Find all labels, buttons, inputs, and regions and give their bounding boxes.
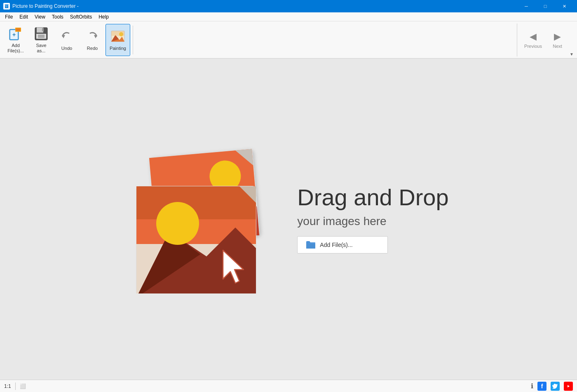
menubar: File Edit View Tools SoftOrbits Help	[0, 12, 577, 21]
add-file-icon: +	[7, 26, 24, 42]
toolbar: + Add File(s)... Save as...	[0, 21, 577, 59]
twitter-icon[interactable]	[551, 382, 560, 391]
painting-toolbar-label: Painting	[110, 46, 126, 51]
add-files-toolbar-label: Add File(s)...	[7, 43, 24, 54]
save-icon	[33, 26, 49, 42]
zoom-level: 1:1	[4, 383, 11, 389]
svg-text:+: +	[12, 31, 16, 38]
painting-toolbar-button[interactable]: Painting	[106, 24, 130, 56]
maximize-button[interactable]: □	[536, 0, 555, 12]
undo-toolbar-label: Undo	[61, 46, 72, 51]
menu-view[interactable]: View	[31, 13, 49, 21]
add-files-toolbar-button[interactable]: + Add File(s)...	[3, 24, 28, 56]
redo-icon	[84, 28, 101, 45]
titlebar: 🖼 Picture to Painting Converter - ─ □ ✕	[0, 0, 577, 12]
undo-icon	[59, 28, 75, 45]
drop-text-area: Drag and Drop your images here Add File(…	[297, 185, 448, 254]
statusbar-page-icon: ⬜	[20, 383, 26, 389]
next-button[interactable]: ▶ Next	[546, 24, 569, 56]
drag-drop-title: Drag and Drop	[297, 185, 448, 210]
previous-button[interactable]: ◀ Previous	[522, 24, 544, 56]
save-as-toolbar-label: Save as...	[36, 43, 46, 54]
svg-point-30	[156, 202, 199, 245]
app-icon: 🖼	[3, 3, 10, 9]
app-title: Picture to Painting Converter -	[12, 3, 517, 9]
statusbar-separator-1	[15, 383, 16, 390]
toolbar-nav: ◀ Previous ▶ Next	[522, 21, 569, 59]
statusbar: 1:1 ⬜ ℹ f	[0, 380, 577, 392]
svg-rect-16	[111, 31, 124, 36]
svg-rect-4	[16, 28, 20, 31]
drag-drop-subtitle: your images here	[297, 215, 448, 228]
redo-toolbar-label: Redo	[87, 46, 98, 51]
illustration-svg	[128, 145, 277, 293]
add-files-button-label: Add File(s)...	[320, 242, 352, 248]
facebook-icon[interactable]: f	[537, 382, 547, 391]
right-toolbar-separator	[517, 23, 517, 56]
minimize-button[interactable]: ─	[517, 0, 536, 12]
folder-icon	[306, 241, 316, 249]
menu-softorbits[interactable]: SoftOrbits	[67, 13, 95, 21]
next-label: Next	[553, 44, 562, 49]
previous-arrow-icon: ◀	[530, 31, 537, 42]
svg-rect-7	[42, 28, 44, 31]
painting-icon	[110, 28, 126, 45]
toolbar-dropdown-arrow[interactable]: ▼	[570, 52, 574, 56]
svg-rect-9	[38, 35, 45, 38]
menu-tools[interactable]: Tools	[49, 13, 67, 21]
illustration	[128, 145, 277, 293]
undo-toolbar-button[interactable]: Undo	[54, 24, 79, 56]
previous-label: Previous	[524, 44, 542, 49]
redo-toolbar-button[interactable]: Redo	[80, 24, 105, 56]
statusbar-right: ℹ f	[531, 382, 573, 391]
drop-area[interactable]: Drag and Drop your images here Add File(…	[128, 145, 448, 293]
help-icon[interactable]: ℹ	[531, 382, 533, 390]
add-files-button[interactable]: Add File(s)...	[297, 236, 388, 254]
menu-file[interactable]: File	[2, 13, 16, 21]
main-content[interactable]: Drag and Drop your images here Add File(…	[0, 59, 577, 380]
menu-edit[interactable]: Edit	[16, 13, 31, 21]
window-controls: ─ □ ✕	[517, 0, 574, 12]
save-as-toolbar-button[interactable]: Save as...	[29, 24, 54, 56]
youtube-icon[interactable]	[564, 382, 573, 391]
next-arrow-icon: ▶	[554, 31, 561, 42]
menu-help[interactable]: Help	[95, 13, 112, 21]
toolbar-separator	[133, 26, 133, 54]
close-button[interactable]: ✕	[555, 0, 574, 12]
